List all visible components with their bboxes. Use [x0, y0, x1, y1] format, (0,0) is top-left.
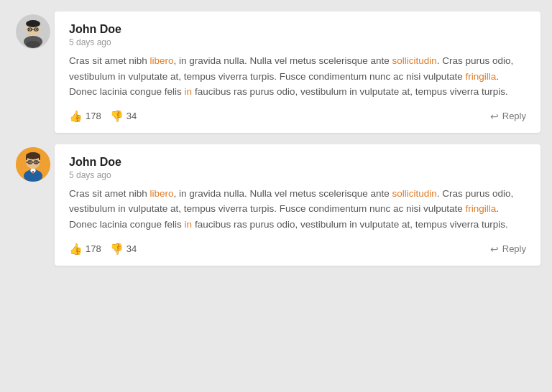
- comment-link[interactable]: sollicitudin: [392, 55, 437, 66]
- comment-text: Cras sit amet nibh libero, in gravida nu…: [69, 53, 526, 100]
- svg-rect-16: [39, 156, 40, 160]
- svg-point-8: [36, 29, 37, 30]
- dislike-number: 34: [126, 111, 137, 121]
- comment-time: 5 days ago: [69, 37, 526, 47]
- svg-point-9: [26, 41, 40, 48]
- svg-point-23: [35, 162, 37, 163]
- comment-text: Cras sit amet nibh libero, in gravida nu…: [69, 186, 526, 233]
- comment-card: John Doe 5 days ago Cras sit amet nibh l…: [55, 11, 540, 133]
- comment-author: John Doe: [69, 156, 526, 169]
- svg-point-7: [29, 29, 31, 30]
- comment-link[interactable]: sollicitudin: [392, 188, 437, 199]
- reply-button[interactable]: ↩ Reply: [490, 111, 526, 122]
- comment-time: 5 days ago: [69, 170, 526, 180]
- thumb-up-icon: 👍: [69, 243, 83, 256]
- reply-arrow-icon: ↩: [490, 243, 499, 255]
- svg-rect-15: [26, 156, 27, 160]
- svg-point-22: [29, 162, 31, 163]
- dislike-count: 👎 34: [110, 110, 137, 123]
- avatar: [16, 14, 50, 49]
- dislike-count: 👎 34: [110, 243, 137, 256]
- reply-button[interactable]: ↩ Reply: [490, 243, 526, 255]
- svg-point-14: [26, 152, 40, 159]
- dislike-number: 34: [126, 243, 137, 254]
- comment-link[interactable]: fringilla: [466, 203, 497, 214]
- like-count: 👍 178: [69, 110, 101, 123]
- reply-label: Reply: [502, 111, 526, 121]
- avatar: [16, 147, 50, 182]
- thumb-down-icon: 👎: [110, 110, 124, 123]
- thumb-up-icon: 👍: [69, 110, 83, 123]
- comment-actions: 👍 178 👎 34 ↩ Reply: [69, 243, 526, 256]
- reply-label: Reply: [502, 243, 526, 254]
- comment-link[interactable]: fringilla: [466, 71, 497, 82]
- comment-item: John Doe 5 days ago Cras sit amet nibh l…: [12, 11, 540, 133]
- vote-area: 👍 178 👎 34: [69, 110, 137, 123]
- vote-area: 👍 178 👎 34: [69, 243, 137, 256]
- comment-card: John Doe 5 days ago Cras sit amet nibh l…: [55, 144, 540, 266]
- avatar-wrapper: [12, 144, 55, 182]
- comment-link[interactable]: in: [185, 86, 193, 97]
- comment-link[interactable]: libero: [150, 55, 174, 66]
- like-number: 178: [86, 243, 101, 254]
- reply-arrow-icon: ↩: [490, 111, 499, 122]
- thumb-down-icon: 👎: [110, 243, 124, 256]
- svg-point-3: [26, 20, 40, 27]
- like-count: 👍 178: [69, 243, 101, 256]
- comment-author: John Doe: [69, 23, 526, 36]
- comment-actions: 👍 178 👎 34 ↩ Reply: [69, 110, 526, 123]
- comment-link[interactable]: libero: [150, 188, 174, 199]
- comment-item: John Doe 5 days ago Cras sit amet nibh l…: [12, 144, 540, 266]
- avatar-wrapper: [12, 11, 55, 49]
- comment-link[interactable]: in: [185, 219, 193, 230]
- like-number: 178: [86, 111, 101, 121]
